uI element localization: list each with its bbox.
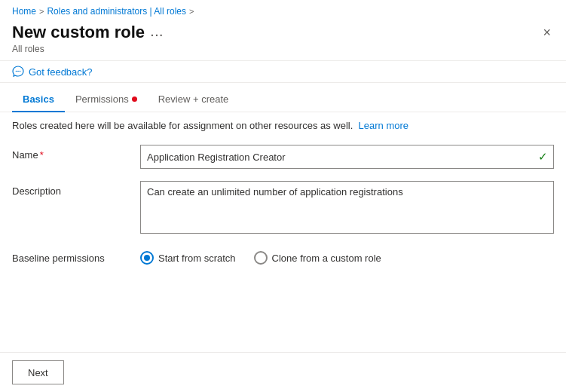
svg-point-2 [20,71,21,72]
description-field-wrap: Can create an unlimited number of applic… [140,181,554,236]
svg-point-1 [17,71,19,72]
breadcrumb-roles[interactable]: Roles and administrators | All roles [47,6,186,17]
feedback-icon [12,66,24,78]
next-button[interactable]: Next [12,360,64,384]
breadcrumb-home[interactable]: Home [12,6,36,17]
feedback-bar[interactable]: Got feedback? [0,60,566,83]
info-text: Roles created here will be available for… [12,120,353,131]
name-label: Name* [12,145,140,161]
radio-clone-outer [254,251,268,265]
baseline-label: Baseline permissions [12,248,140,264]
page-title-row: New custom role ... [12,23,164,42]
new-custom-role-panel: Home > Roles and administrators | All ro… [0,0,566,392]
name-row: Name* ✓ [12,145,554,169]
svg-point-0 [16,71,17,72]
feedback-text: Got feedback? [29,66,93,78]
name-required: * [40,149,44,161]
name-check-icon: ✓ [538,150,548,164]
tab-basics[interactable]: Basics [12,87,65,112]
radio-scratch-option[interactable]: Start from scratch [140,251,236,265]
tab-review-create[interactable]: Review + create [148,87,240,112]
breadcrumb-sep1: > [39,7,44,16]
form-area: Name* ✓ Description Can create an unlimi… [0,139,566,352]
baseline-row: Baseline permissions Start from scratch … [12,248,554,265]
radio-scratch-label: Start from scratch [158,253,236,264]
description-row: Description Can create an unlimited numb… [12,181,554,236]
page-header: New custom role ... All roles × [0,20,566,60]
header-left: New custom role ... All roles [12,23,164,54]
tab-bar: Basics Permissions Review + create [0,87,566,112]
radio-group: Start from scratch Clone from a custom r… [140,248,381,265]
radio-scratch-inner [144,255,150,261]
permissions-dot [132,96,137,102]
breadcrumb: Home > Roles and administrators | All ro… [0,0,566,20]
description-input[interactable]: Can create an unlimited number of applic… [140,181,554,234]
name-input[interactable] [140,145,554,169]
page-title: New custom role [12,23,145,42]
radio-clone-label: Clone from a custom role [272,253,381,264]
description-label: Description [12,181,140,197]
info-bar: Roles created here will be available for… [0,112,566,139]
page-subtitle: All roles [12,44,164,54]
name-field-wrap: ✓ [140,145,554,169]
footer: Next [0,352,566,392]
ellipsis-menu[interactable]: ... [151,26,164,38]
close-button[interactable]: × [540,23,554,42]
breadcrumb-sep2: > [189,7,194,16]
radio-clone-option[interactable]: Clone from a custom role [254,251,381,265]
learn-more-link[interactable]: Learn more [359,120,408,131]
radio-scratch-outer [140,251,154,265]
tab-permissions[interactable]: Permissions [65,87,148,112]
